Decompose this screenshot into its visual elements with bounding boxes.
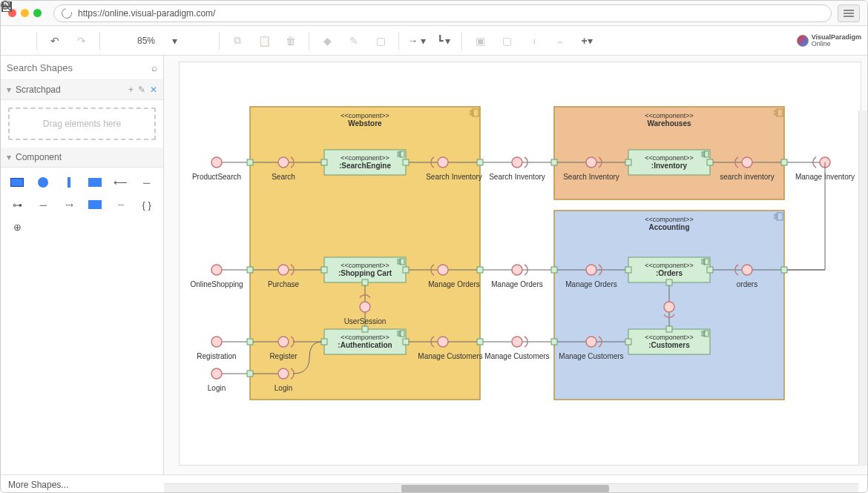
canvas-area[interactable]: <<component>> Webstore <<component>> War… — [164, 56, 867, 474]
hamburger-menu-button[interactable] — [838, 4, 860, 22]
vertical-scrollbar[interactable] — [858, 110, 867, 466]
scratchpad-header[interactable]: ▾ Scratchpad + ✎ ✕ — [1, 80, 163, 100]
brand-logo[interactable]: VisualParadigmOnline — [797, 34, 861, 47]
svg-point-38 — [438, 157, 448, 168]
window-titlebar: https://online.visual-paradigm.com/ — [1, 1, 867, 26]
svg-rect-36 — [321, 159, 327, 165]
svg-text:Manage Orders: Manage Orders — [428, 280, 479, 288]
svg-text:<<component>>: <<component>> — [645, 112, 694, 119]
svg-rect-87 — [666, 279, 672, 285]
to-back-button[interactable]: ▢ — [495, 30, 519, 51]
to-front-button[interactable]: ▣ — [468, 30, 492, 51]
svg-rect-55 — [781, 159, 787, 165]
palette-package[interactable] — [86, 175, 105, 190]
svg-text:Register: Register — [269, 352, 297, 360]
svg-text:Manage Customers: Manage Customers — [559, 352, 623, 360]
svg-rect-73 — [477, 267, 483, 273]
search-icon[interactable]: ⌕ — [151, 62, 157, 73]
window-controls[interactable] — [8, 9, 42, 17]
edit-icon[interactable]: ✎ — [138, 85, 145, 95]
collapse-icon[interactable]: ▾ — [7, 85, 11, 95]
svg-text:<<component>>: <<component>> — [645, 216, 694, 223]
undo-button[interactable]: ↶ — [43, 30, 67, 51]
line-color-button[interactable]: ✎ — [342, 30, 366, 51]
svg-rect-101 — [403, 339, 409, 345]
svg-rect-118 — [551, 339, 557, 345]
maximize-dot[interactable] — [33, 9, 42, 17]
svg-rect-52 — [707, 159, 713, 165]
svg-rect-109 — [247, 371, 253, 377]
refresh-icon[interactable] — [59, 6, 73, 20]
palette-required[interactable]: ⊕ — [8, 219, 27, 234]
shadow-button[interactable]: ▢ — [369, 30, 392, 51]
zoom-dropdown[interactable]: ▾ — [162, 30, 186, 51]
palette-provided[interactable]: ⊶ — [8, 197, 27, 212]
svg-text:Manage Orders: Manage Orders — [491, 280, 542, 288]
svg-point-59 — [211, 265, 222, 275]
component-header[interactable]: ▾ Component — [1, 148, 163, 168]
save-button[interactable] — [7, 30, 30, 51]
zoom-out-button[interactable] — [106, 30, 130, 51]
svg-point-29 — [278, 157, 289, 168]
svg-text::Authentication: :Authentication — [338, 341, 392, 349]
diagram-canvas[interactable]: <<component>> Webstore <<component>> War… — [179, 62, 861, 466]
svg-text:<<component>>: <<component>> — [341, 262, 389, 269]
more-shapes-link[interactable]: More Shapes... — [8, 480, 68, 490]
add-icon[interactable]: + — [128, 85, 134, 95]
palette-dots[interactable]: ┈ — [111, 197, 130, 212]
svg-rect-13 — [470, 110, 473, 112]
svg-point-113 — [438, 337, 448, 347]
svg-line-7 — [8, 8, 11, 11]
redo-button[interactable]: ↷ — [70, 30, 93, 51]
zoom-level[interactable]: 85% — [133, 36, 160, 46]
svg-rect-24 — [775, 217, 777, 219]
svg-point-78 — [586, 265, 596, 275]
svg-rect-104 — [247, 339, 253, 345]
add-button[interactable]: + ▾ — [575, 30, 599, 51]
svg-rect-126 — [625, 339, 631, 345]
svg-rect-100 — [321, 339, 327, 345]
palette-component[interactable] — [8, 175, 27, 190]
shape-search[interactable]: ⌕ — [1, 56, 163, 80]
svg-text::Inventory: :Inventory — [651, 162, 688, 170]
connector-button[interactable]: → ▾ — [405, 30, 429, 51]
palette-interface[interactable] — [34, 175, 53, 190]
svg-point-110 — [278, 368, 289, 379]
svg-text:<<component>>: <<component>> — [341, 112, 389, 119]
svg-text:UserSession: UserSession — [344, 317, 387, 325]
svg-text:<<component>>: <<component>> — [645, 262, 694, 269]
minimize-dot[interactable] — [21, 9, 29, 17]
svg-rect-114 — [477, 339, 483, 345]
palette-dependency[interactable]: ⟵ — [111, 175, 130, 190]
paste-button[interactable]: 📋 — [252, 30, 276, 51]
svg-text:Manage Customers: Manage Customers — [484, 352, 549, 360]
zoom-in-button[interactable] — [189, 30, 213, 51]
scratchpad-dropzone[interactable]: Drag elements here — [8, 107, 156, 140]
delete-button[interactable]: 🗑 — [279, 30, 303, 51]
palette-line[interactable]: ─ — [137, 175, 156, 190]
palette-constraint[interactable]: { } — [137, 197, 156, 212]
palette-note[interactable] — [86, 197, 105, 212]
svg-rect-99 — [362, 326, 368, 332]
svg-text:Manage Customers: Manage Customers — [418, 352, 482, 360]
search-input[interactable] — [7, 62, 151, 73]
close-icon[interactable]: ✕ — [150, 85, 157, 95]
toolbar: ↶ ↷ 85% ▾ ⧉ 📋 🗑 ◆ ✎ ▢ → ▾ ┗ ▾ ▣ ▢ ⫞ ⫠ + … — [1, 26, 867, 56]
url-bar[interactable]: https://online.visual-paradigm.com/ — [53, 4, 832, 22]
svg-text::SearchEngine: :SearchEngine — [339, 162, 391, 170]
diagram-svg[interactable]: <<component>> Webstore <<component>> War… — [180, 62, 862, 466]
palette-assoc[interactable]: ─ — [34, 197, 53, 212]
horizontal-scrollbar[interactable] — [164, 483, 858, 492]
copy-button[interactable]: ⧉ — [226, 30, 249, 51]
waypoint-button[interactable]: ┗ ▾ — [432, 30, 456, 51]
collapse-icon[interactable]: ▾ — [7, 152, 11, 162]
svg-text:<<component>>: <<component>> — [645, 154, 694, 162]
svg-rect-19 — [775, 113, 777, 115]
distribute-button[interactable]: ⫠ — [548, 30, 572, 51]
svg-rect-23 — [775, 214, 777, 216]
palette-port[interactable] — [60, 175, 79, 190]
align-button[interactable]: ⫞ — [522, 30, 545, 51]
fill-color-button[interactable]: ◆ — [315, 30, 339, 51]
svg-text:Registration: Registration — [197, 352, 236, 360]
palette-dashed[interactable]: ⤏ — [60, 197, 79, 212]
